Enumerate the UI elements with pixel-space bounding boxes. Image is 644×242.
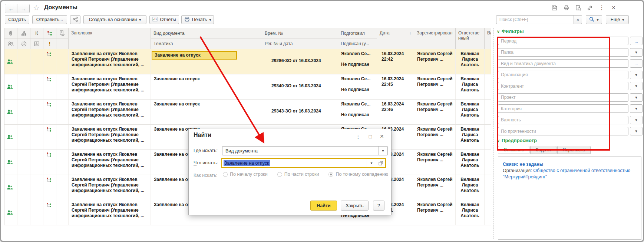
column-responsible[interactable]: Ответственный [456, 28, 485, 49]
search-mode-option: По части строки [277, 172, 319, 177]
filter-field-button[interactable]: ▾ [630, 82, 643, 90]
save-icon[interactable] [551, 4, 558, 11]
preview-section-header[interactable]: ∨Предпросмотр [497, 138, 537, 143]
doc-date: 16.03.2024 [382, 51, 412, 57]
filter-field-button[interactable]: ▾ [630, 127, 643, 135]
column-doc-state[interactable] [56, 28, 69, 49]
preview-tab-переписка[interactable]: Переписка [557, 146, 591, 154]
filter-input[interactable] [498, 82, 628, 90]
k-letter-icon: К [30, 28, 43, 39]
filter-input[interactable] [498, 71, 628, 79]
participants-icon [7, 135, 13, 141]
nav-buttons: ← → [5, 4, 30, 13]
more-button[interactable]: Еще▾ [606, 15, 629, 24]
filter-field-button[interactable]: ▾ [630, 48, 643, 57]
filter-field-button[interactable]: ▾ [630, 71, 643, 79]
search-input[interactable] [496, 15, 574, 24]
table-row[interactable]: Заявление на отпуск Яковлев Сергей Петро… [4, 74, 491, 100]
dialog-kebab-icon[interactable]: ⋮ [354, 133, 362, 140]
column-process[interactable]: ! [43, 28, 56, 49]
combo-dropdown-icon[interactable]: ▾ [378, 147, 387, 155]
filter-input[interactable] [498, 48, 628, 57]
filter-input[interactable] [498, 127, 628, 135]
filter-input[interactable] [498, 59, 628, 68]
open-picker-icon[interactable] [376, 159, 385, 167]
panel-splitter[interactable] [493, 28, 493, 239]
link-icon[interactable] [587, 4, 593, 11]
preview-content: Связи: не заданы Организация: Общество с… [498, 157, 641, 240]
send-button[interactable]: Отправить... [32, 15, 67, 24]
doc-time: 22:45 [382, 82, 412, 87]
column-date[interactable]: Дата↓ [377, 28, 414, 49]
chevron-down-icon: ▾ [139, 18, 141, 22]
forward-button[interactable]: → [17, 4, 29, 13]
column-importance-cut[interactable]: Ва [485, 28, 491, 49]
filters-section-header[interactable]: ∨Фильтры [497, 28, 524, 34]
reports-button[interactable]: Отчеты [149, 15, 179, 24]
links-status[interactable]: Связи: не заданы [503, 161, 637, 168]
close-button[interactable]: Закрыть [341, 201, 369, 211]
create-button[interactable]: Создать [5, 15, 29, 24]
filter-input[interactable] [498, 116, 628, 124]
preview-tab-описание[interactable]: Описание [498, 146, 529, 154]
back-button[interactable]: ← [5, 4, 17, 13]
column-attachment[interactable] [4, 28, 17, 49]
close-window-icon[interactable]: × [610, 4, 617, 11]
doc-type: Заявление на отпуск [152, 51, 237, 60]
help-button[interactable]: ? [373, 201, 384, 211]
share-button[interactable] [70, 15, 80, 24]
dialog-maximize-icon[interactable]: □ [367, 133, 374, 140]
filter-field-button[interactable]: ▾ [630, 104, 643, 113]
doc-type: Заявление на отпуск [154, 101, 200, 107]
filter-input[interactable] [498, 37, 628, 45]
filter-field-button[interactable]: ... [630, 59, 643, 68]
registered-by: Яковлев Сергей Петрович ... [414, 100, 455, 112]
filter-input[interactable] [498, 93, 628, 102]
search-button[interactable]: ▾ [586, 15, 602, 24]
column-number[interactable]: Врем. № Рег. № и дата [260, 28, 338, 49]
column-title[interactable]: Заголовок [69, 28, 151, 49]
participants-icon [7, 84, 13, 91]
reg-number: 29343-ЗО от 16.03.2024 [260, 100, 338, 114]
kebab-menu-icon[interactable]: ⋮ [598, 4, 605, 11]
print-menu-button[interactable]: Печать▾ [181, 15, 214, 24]
chevron-down-icon: ▾ [209, 18, 211, 22]
where-combobox[interactable]: Вид документа ▾ [222, 146, 388, 155]
preview-tab-задачи[interactable]: Задачи [530, 146, 556, 154]
business-process-icon [43, 28, 56, 39]
search-mode-option: По точному совпадению [328, 172, 388, 177]
radio-icon [277, 172, 282, 177]
find-button[interactable]: Найти [310, 201, 337, 211]
print-icon[interactable] [563, 4, 569, 11]
filter-field-button[interactable]: ▾ [630, 116, 643, 124]
stamp-icon [17, 39, 30, 49]
column-structure[interactable] [17, 28, 30, 49]
what-input[interactable]: Заявление на отпуск ▾ [221, 158, 386, 168]
column-registered[interactable]: Зарегистрировал [414, 28, 456, 49]
signed-status: Не подписан [338, 82, 377, 93]
registered-by: Яковлев Сергей Петрович ... [414, 150, 455, 163]
column-doctype-theme[interactable]: Вид документа Тематика [151, 28, 260, 49]
org-chart-icon [17, 28, 30, 39]
find-dialog: Найти ⋮ □ × Где искать: Вид документа ▾ … [188, 129, 392, 215]
create-based-on-button[interactable]: Создать на основании▾ [83, 15, 146, 24]
column-category[interactable]: К [30, 28, 43, 49]
filter-field-button[interactable]: ▾ [630, 93, 643, 102]
prepared-by: Яковлев Се... [338, 74, 377, 82]
dialog-close-icon[interactable]: × [378, 133, 386, 140]
org-label: Организация: [503, 168, 532, 173]
favorite-star-icon[interactable]: ☆ [33, 3, 40, 12]
combo-dropdown-icon[interactable]: ▾ [367, 159, 376, 167]
filter-field: ... [498, 37, 643, 45]
column-prepared[interactable]: Подготовил Подписан (у... [338, 28, 377, 49]
filter-input[interactable] [498, 104, 628, 113]
business-process-icon [46, 127, 52, 134]
filter-field-button[interactable]: ... [630, 37, 643, 45]
search-clear-button[interactable]: × [574, 15, 582, 24]
table-row[interactable]: Заявление на отпуск Яковлев Сергей Петро… [4, 100, 491, 125]
prepared-by: Яковлев Се... [338, 49, 377, 57]
registered-by: Яковлев Сергей Петрович ... [414, 74, 455, 87]
print-preview-icon[interactable] [575, 4, 581, 11]
prepared-by: Яковлев Се... [338, 100, 377, 107]
table-row[interactable]: Заявление на отпуск Яковлев Сергей Петро… [4, 49, 491, 74]
